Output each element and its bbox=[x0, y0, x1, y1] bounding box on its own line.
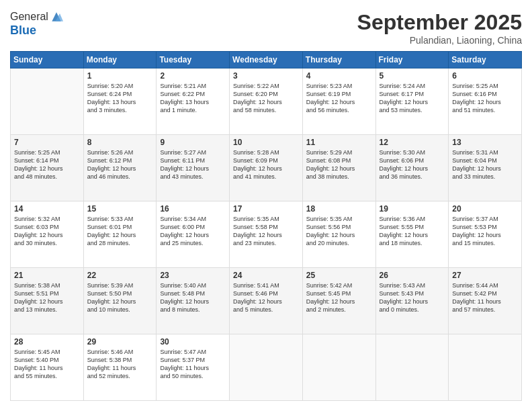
day-number: 10 bbox=[233, 138, 299, 147]
day-info: Sunrise: 5:44 AMSunset: 5:42 PMDaylight:… bbox=[452, 281, 518, 314]
table-row: 2Sunrise: 5:21 AMSunset: 6:22 PMDaylight… bbox=[157, 68, 230, 135]
day-number: 11 bbox=[306, 138, 372, 147]
day-number: 27 bbox=[452, 271, 518, 280]
day-number: 29 bbox=[87, 337, 153, 347]
col-thursday: Thursday bbox=[302, 52, 375, 68]
day-number: 30 bbox=[160, 337, 226, 347]
table-row: 13Sunrise: 5:31 AMSunset: 6:04 PMDayligh… bbox=[449, 135, 522, 201]
table-row: 24Sunrise: 5:41 AMSunset: 5:46 PMDayligh… bbox=[230, 268, 303, 334]
day-number: 2 bbox=[160, 71, 226, 81]
table-row: 19Sunrise: 5:36 AMSunset: 5:55 PMDayligh… bbox=[375, 201, 449, 268]
day-number: 5 bbox=[380, 71, 445, 81]
day-info: Sunrise: 5:28 AMSunset: 6:09 PMDaylight:… bbox=[233, 148, 299, 181]
table-row: 12Sunrise: 5:30 AMSunset: 6:06 PMDayligh… bbox=[375, 135, 449, 201]
title-block: September 2025 Pulandian, Liaoning, Chin… bbox=[357, 10, 522, 46]
calendar-week-row: 21Sunrise: 5:38 AMSunset: 5:51 PMDayligh… bbox=[11, 268, 522, 334]
day-number: 24 bbox=[233, 271, 299, 280]
day-number: 6 bbox=[452, 71, 518, 81]
day-number: 1 bbox=[87, 71, 153, 81]
day-info: Sunrise: 5:20 AMSunset: 6:24 PMDaylight:… bbox=[87, 82, 153, 115]
day-info: Sunrise: 5:39 AMSunset: 5:50 PMDaylight:… bbox=[87, 281, 153, 314]
day-info: Sunrise: 5:34 AMSunset: 6:00 PMDaylight:… bbox=[160, 215, 226, 248]
day-number: 18 bbox=[306, 204, 372, 214]
day-number: 19 bbox=[380, 204, 445, 214]
table-row: 4Sunrise: 5:23 AMSunset: 6:19 PMDaylight… bbox=[302, 68, 375, 135]
day-info: Sunrise: 5:37 AMSunset: 5:53 PMDaylight:… bbox=[452, 215, 518, 248]
day-number: 21 bbox=[14, 271, 80, 280]
day-info: Sunrise: 5:45 AMSunset: 5:40 PMDaylight:… bbox=[14, 348, 80, 381]
table-row: 8Sunrise: 5:26 AMSunset: 6:12 PMDaylight… bbox=[83, 135, 157, 201]
day-number: 15 bbox=[87, 204, 153, 214]
day-number: 14 bbox=[14, 204, 80, 214]
day-info: Sunrise: 5:38 AMSunset: 5:51 PMDaylight:… bbox=[14, 281, 80, 314]
logo-blue-text: Blue bbox=[10, 24, 36, 37]
day-number: 7 bbox=[14, 138, 80, 147]
day-number: 8 bbox=[87, 138, 153, 147]
day-number: 13 bbox=[452, 138, 518, 147]
table-row: 5Sunrise: 5:24 AMSunset: 6:17 PMDaylight… bbox=[375, 68, 449, 135]
day-number: 4 bbox=[306, 71, 372, 81]
table-row: 27Sunrise: 5:44 AMSunset: 5:42 PMDayligh… bbox=[449, 268, 522, 334]
day-info: Sunrise: 5:42 AMSunset: 5:45 PMDaylight:… bbox=[306, 281, 372, 314]
table-row bbox=[449, 334, 522, 401]
day-info: Sunrise: 5:23 AMSunset: 6:19 PMDaylight:… bbox=[306, 82, 372, 115]
table-row bbox=[302, 334, 375, 401]
table-row: 17Sunrise: 5:35 AMSunset: 5:58 PMDayligh… bbox=[230, 201, 303, 268]
day-number: 28 bbox=[14, 337, 80, 347]
table-row: 11Sunrise: 5:29 AMSunset: 6:08 PMDayligh… bbox=[302, 135, 375, 201]
table-row: 10Sunrise: 5:28 AMSunset: 6:09 PMDayligh… bbox=[230, 135, 303, 201]
day-info: Sunrise: 5:41 AMSunset: 5:46 PMDaylight:… bbox=[233, 281, 299, 314]
day-info: Sunrise: 5:21 AMSunset: 6:22 PMDaylight:… bbox=[160, 82, 226, 115]
col-monday: Monday bbox=[83, 52, 157, 68]
table-row: 15Sunrise: 5:33 AMSunset: 6:01 PMDayligh… bbox=[83, 201, 157, 268]
calendar-week-row: 1Sunrise: 5:20 AMSunset: 6:24 PMDaylight… bbox=[11, 68, 522, 135]
day-info: Sunrise: 5:26 AMSunset: 6:12 PMDaylight:… bbox=[87, 148, 153, 181]
day-info: Sunrise: 5:35 AMSunset: 5:56 PMDaylight:… bbox=[306, 215, 372, 248]
table-row: 3Sunrise: 5:22 AMSunset: 6:20 PMDaylight… bbox=[230, 68, 303, 135]
table-row bbox=[375, 334, 449, 401]
day-info: Sunrise: 5:24 AMSunset: 6:17 PMDaylight:… bbox=[380, 82, 445, 115]
month-title: September 2025 bbox=[357, 10, 522, 35]
table-row: 21Sunrise: 5:38 AMSunset: 5:51 PMDayligh… bbox=[11, 268, 84, 334]
day-info: Sunrise: 5:46 AMSunset: 5:38 PMDaylight:… bbox=[87, 348, 153, 381]
table-row: 29Sunrise: 5:46 AMSunset: 5:38 PMDayligh… bbox=[83, 334, 157, 401]
day-info: Sunrise: 5:43 AMSunset: 5:43 PMDaylight:… bbox=[380, 281, 445, 314]
calendar-week-row: 28Sunrise: 5:45 AMSunset: 5:40 PMDayligh… bbox=[11, 334, 522, 401]
calendar-table: Sunday Monday Tuesday Wednesday Thursday… bbox=[10, 51, 522, 401]
table-row bbox=[230, 334, 303, 401]
day-info: Sunrise: 5:30 AMSunset: 6:06 PMDaylight:… bbox=[380, 148, 445, 181]
day-info: Sunrise: 5:22 AMSunset: 6:20 PMDaylight:… bbox=[233, 82, 299, 115]
day-info: Sunrise: 5:33 AMSunset: 6:01 PMDaylight:… bbox=[87, 215, 153, 248]
col-tuesday: Tuesday bbox=[157, 52, 230, 68]
day-info: Sunrise: 5:35 AMSunset: 5:58 PMDaylight:… bbox=[233, 215, 299, 248]
day-info: Sunrise: 5:40 AMSunset: 5:48 PMDaylight:… bbox=[160, 281, 226, 314]
table-row: 7Sunrise: 5:25 AMSunset: 6:14 PMDaylight… bbox=[11, 135, 84, 201]
table-row: 16Sunrise: 5:34 AMSunset: 6:00 PMDayligh… bbox=[157, 201, 230, 268]
calendar-week-row: 7Sunrise: 5:25 AMSunset: 6:14 PMDaylight… bbox=[11, 135, 522, 201]
day-info: Sunrise: 5:47 AMSunset: 5:37 PMDaylight:… bbox=[160, 348, 226, 381]
location-title: Pulandian, Liaoning, China bbox=[357, 35, 522, 46]
logo: General Blue bbox=[10, 10, 63, 38]
day-number: 16 bbox=[160, 204, 226, 214]
table-row: 20Sunrise: 5:37 AMSunset: 5:53 PMDayligh… bbox=[449, 201, 522, 268]
table-row bbox=[11, 68, 84, 135]
day-number: 26 bbox=[380, 271, 445, 280]
day-info: Sunrise: 5:25 AMSunset: 6:16 PMDaylight:… bbox=[452, 82, 518, 115]
day-number: 12 bbox=[380, 138, 445, 147]
table-row: 6Sunrise: 5:25 AMSunset: 6:16 PMDaylight… bbox=[449, 68, 522, 135]
calendar-header-row: Sunday Monday Tuesday Wednesday Thursday… bbox=[11, 52, 522, 68]
day-info: Sunrise: 5:25 AMSunset: 6:14 PMDaylight:… bbox=[14, 148, 80, 181]
day-info: Sunrise: 5:27 AMSunset: 6:11 PMDaylight:… bbox=[160, 148, 226, 181]
day-info: Sunrise: 5:36 AMSunset: 5:55 PMDaylight:… bbox=[380, 215, 445, 248]
col-friday: Friday bbox=[375, 52, 449, 68]
day-info: Sunrise: 5:31 AMSunset: 6:04 PMDaylight:… bbox=[452, 148, 518, 181]
day-number: 22 bbox=[87, 271, 153, 280]
page: General Blue September 2025 Pulandian, L… bbox=[0, 0, 532, 411]
logo-icon bbox=[50, 10, 63, 24]
table-row: 18Sunrise: 5:35 AMSunset: 5:56 PMDayligh… bbox=[302, 201, 375, 268]
table-row: 1Sunrise: 5:20 AMSunset: 6:24 PMDaylight… bbox=[83, 68, 157, 135]
day-number: 9 bbox=[160, 138, 226, 147]
calendar-week-row: 14Sunrise: 5:32 AMSunset: 6:03 PMDayligh… bbox=[11, 201, 522, 268]
day-number: 20 bbox=[452, 204, 518, 214]
table-row: 23Sunrise: 5:40 AMSunset: 5:48 PMDayligh… bbox=[157, 268, 230, 334]
